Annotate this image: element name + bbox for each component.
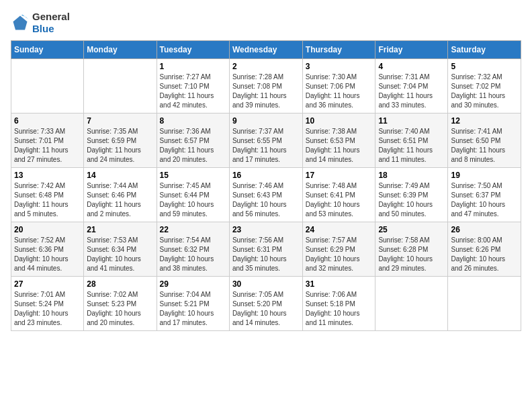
- calendar-cell: 4Sunrise: 7:31 AMSunset: 7:04 PMDaylight…: [375, 59, 448, 113]
- day-number: 3: [306, 62, 373, 71]
- calendar-cell: [375, 277, 448, 331]
- col-header-sunday: Sunday: [11, 41, 84, 59]
- calendar-cell: 10Sunrise: 7:38 AMSunset: 6:53 PMDayligh…: [302, 113, 375, 168]
- calendar-cell: 2Sunrise: 7:28 AMSunset: 7:08 PMDaylight…: [229, 59, 302, 113]
- day-number: 2: [232, 62, 300, 71]
- col-header-monday: Monday: [84, 41, 157, 59]
- calendar-cell: 31Sunrise: 7:06 AMSunset: 5:18 PMDayligh…: [302, 277, 375, 331]
- calendar-cell: 6Sunrise: 7:33 AMSunset: 7:01 PMDaylight…: [11, 113, 84, 168]
- day-number: 11: [378, 116, 445, 126]
- day-info: Sunrise: 7:36 AMSunset: 6:57 PMDaylight:…: [160, 127, 226, 165]
- day-number: 21: [87, 225, 153, 234]
- day-number: 22: [160, 225, 226, 234]
- day-info: Sunrise: 7:38 AMSunset: 6:53 PMDaylight:…: [306, 127, 373, 165]
- day-number: 24: [306, 225, 373, 234]
- calendar-cell: 9Sunrise: 7:37 AMSunset: 6:55 PMDaylight…: [229, 113, 302, 168]
- calendar-cell: 22Sunrise: 7:54 AMSunset: 6:32 PMDayligh…: [157, 222, 229, 277]
- calendar-cell: 3Sunrise: 7:30 AMSunset: 7:06 PMDaylight…: [302, 59, 375, 113]
- calendar-cell: 19Sunrise: 7:50 AMSunset: 6:37 PMDayligh…: [448, 168, 521, 222]
- day-info: Sunrise: 7:05 AMSunset: 5:20 PMDaylight:…: [232, 290, 300, 328]
- calendar-cell: 29Sunrise: 7:04 AMSunset: 5:21 PMDayligh…: [157, 277, 229, 331]
- day-info: Sunrise: 7:54 AMSunset: 6:32 PMDaylight:…: [160, 236, 226, 273]
- logo-icon: [11, 13, 30, 32]
- day-info: Sunrise: 7:44 AMSunset: 6:46 PMDaylight:…: [87, 181, 153, 219]
- day-info: Sunrise: 7:41 AMSunset: 6:50 PMDaylight:…: [451, 127, 518, 165]
- calendar-cell: 5Sunrise: 7:32 AMSunset: 7:02 PMDaylight…: [448, 59, 521, 113]
- day-number: 18: [378, 171, 445, 180]
- calendar-cell: [84, 59, 157, 113]
- day-number: 28: [87, 279, 153, 289]
- col-header-tuesday: Tuesday: [157, 41, 229, 59]
- col-header-friday: Friday: [375, 41, 448, 59]
- calendar-cell: 1Sunrise: 7:27 AMSunset: 7:10 PMDaylight…: [157, 59, 229, 113]
- day-number: 8: [160, 116, 226, 126]
- day-info: Sunrise: 7:52 AMSunset: 6:36 PMDaylight:…: [14, 236, 81, 273]
- calendar-cell: 12Sunrise: 7:41 AMSunset: 6:50 PMDayligh…: [448, 113, 521, 168]
- day-info: Sunrise: 7:42 AMSunset: 6:48 PMDaylight:…: [14, 181, 81, 219]
- day-info: Sunrise: 7:58 AMSunset: 6:28 PMDaylight:…: [378, 236, 445, 273]
- day-info: Sunrise: 7:06 AMSunset: 5:18 PMDaylight:…: [306, 290, 373, 328]
- calendar-cell: 25Sunrise: 7:58 AMSunset: 6:28 PMDayligh…: [375, 222, 448, 277]
- logo: General Blue: [11, 11, 70, 35]
- day-number: 30: [232, 279, 300, 289]
- calendar-cell: [448, 277, 521, 331]
- day-number: 6: [14, 116, 81, 126]
- day-info: Sunrise: 7:37 AMSunset: 6:55 PMDaylight:…: [232, 127, 300, 165]
- calendar-week-1: 1Sunrise: 7:27 AMSunset: 7:10 PMDaylight…: [11, 59, 521, 113]
- page-header: General Blue: [11, 11, 521, 35]
- day-info: Sunrise: 8:00 AMSunset: 6:26 PMDaylight:…: [451, 236, 518, 273]
- day-number: 10: [306, 116, 373, 126]
- day-info: Sunrise: 7:31 AMSunset: 7:04 PMDaylight:…: [378, 73, 445, 110]
- day-number: 9: [232, 116, 300, 126]
- calendar-cell: 23Sunrise: 7:56 AMSunset: 6:31 PMDayligh…: [229, 222, 302, 277]
- day-info: Sunrise: 7:02 AMSunset: 5:23 PMDaylight:…: [87, 290, 153, 328]
- calendar-cell: 18Sunrise: 7:49 AMSunset: 6:39 PMDayligh…: [375, 168, 448, 222]
- logo-text-general: General: [32, 11, 70, 23]
- calendar-cell: 28Sunrise: 7:02 AMSunset: 5:23 PMDayligh…: [84, 277, 157, 331]
- calendar-week-2: 6Sunrise: 7:33 AMSunset: 7:01 PMDaylight…: [11, 113, 521, 168]
- calendar-cell: 27Sunrise: 7:01 AMSunset: 5:24 PMDayligh…: [11, 277, 84, 331]
- day-info: Sunrise: 7:35 AMSunset: 6:59 PMDaylight:…: [87, 127, 153, 165]
- calendar-cell: 21Sunrise: 7:53 AMSunset: 6:34 PMDayligh…: [84, 222, 157, 277]
- calendar-week-4: 20Sunrise: 7:52 AMSunset: 6:36 PMDayligh…: [11, 222, 521, 277]
- day-number: 23: [232, 225, 300, 234]
- day-number: 19: [451, 171, 518, 180]
- calendar-cell: 20Sunrise: 7:52 AMSunset: 6:36 PMDayligh…: [11, 222, 84, 277]
- calendar-cell: 14Sunrise: 7:44 AMSunset: 6:46 PMDayligh…: [84, 168, 157, 222]
- day-number: 1: [160, 62, 226, 71]
- day-info: Sunrise: 7:01 AMSunset: 5:24 PMDaylight:…: [14, 290, 81, 328]
- calendar-cell: 11Sunrise: 7:40 AMSunset: 6:51 PMDayligh…: [375, 113, 448, 168]
- calendar-cell: [11, 59, 84, 113]
- calendar-cell: 24Sunrise: 7:57 AMSunset: 6:29 PMDayligh…: [302, 222, 375, 277]
- day-number: 16: [232, 171, 300, 180]
- col-header-saturday: Saturday: [448, 41, 521, 59]
- calendar-cell: 17Sunrise: 7:48 AMSunset: 6:41 PMDayligh…: [302, 168, 375, 222]
- calendar-cell: 26Sunrise: 8:00 AMSunset: 6:26 PMDayligh…: [448, 222, 521, 277]
- logo-text-blue: Blue: [32, 23, 70, 35]
- calendar-week-5: 27Sunrise: 7:01 AMSunset: 5:24 PMDayligh…: [11, 277, 521, 331]
- col-header-thursday: Thursday: [302, 41, 375, 59]
- day-info: Sunrise: 7:27 AMSunset: 7:10 PMDaylight:…: [160, 73, 226, 110]
- day-info: Sunrise: 7:45 AMSunset: 6:44 PMDaylight:…: [160, 181, 226, 219]
- day-info: Sunrise: 7:49 AMSunset: 6:39 PMDaylight:…: [378, 181, 445, 219]
- day-info: Sunrise: 7:46 AMSunset: 6:43 PMDaylight:…: [232, 181, 300, 219]
- svg-marker-0: [13, 16, 28, 30]
- day-number: 31: [306, 279, 373, 289]
- calendar-table: SundayMondayTuesdayWednesdayThursdayFrid…: [11, 40, 521, 331]
- calendar-cell: 13Sunrise: 7:42 AMSunset: 6:48 PMDayligh…: [11, 168, 84, 222]
- day-info: Sunrise: 7:50 AMSunset: 6:37 PMDaylight:…: [451, 181, 518, 219]
- day-number: 26: [451, 225, 518, 234]
- day-number: 20: [14, 225, 81, 234]
- col-header-wednesday: Wednesday: [229, 41, 302, 59]
- calendar-week-3: 13Sunrise: 7:42 AMSunset: 6:48 PMDayligh…: [11, 168, 521, 222]
- day-info: Sunrise: 7:53 AMSunset: 6:34 PMDaylight:…: [87, 236, 153, 273]
- day-number: 14: [87, 171, 153, 180]
- calendar-cell: 7Sunrise: 7:35 AMSunset: 6:59 PMDaylight…: [84, 113, 157, 168]
- calendar-cell: 16Sunrise: 7:46 AMSunset: 6:43 PMDayligh…: [229, 168, 302, 222]
- day-number: 5: [451, 62, 518, 71]
- day-info: Sunrise: 7:32 AMSunset: 7:02 PMDaylight:…: [451, 73, 518, 110]
- day-info: Sunrise: 7:33 AMSunset: 7:01 PMDaylight:…: [14, 127, 81, 165]
- day-number: 27: [14, 279, 81, 289]
- day-number: 4: [378, 62, 445, 71]
- day-number: 7: [87, 116, 153, 126]
